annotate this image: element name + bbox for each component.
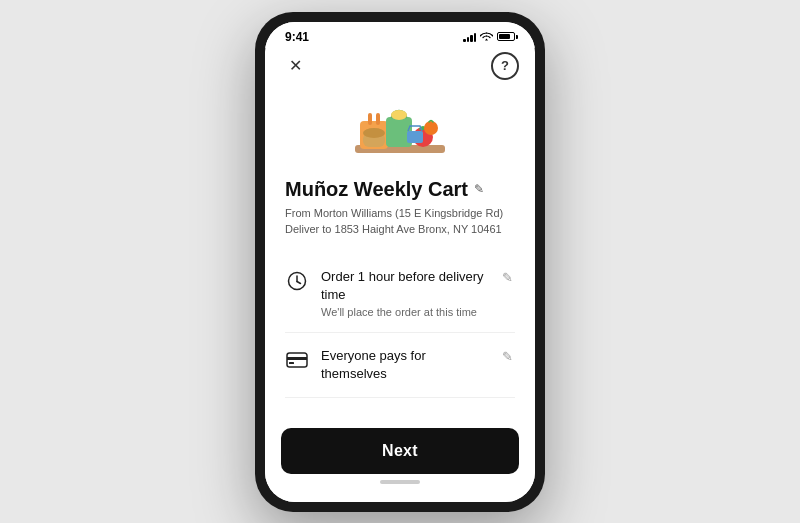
svg-rect-3 [376,113,380,125]
order-time-row: Order 1 hour before delivery time We'll … [285,254,515,333]
signal-icon [463,32,476,42]
home-indicator [380,480,420,484]
status-time: 9:41 [285,30,309,44]
payment-row: Everyone pays for themselves ✎ [285,333,515,398]
hero-image [265,88,535,178]
svg-line-14 [297,281,301,283]
edit-payment-button[interactable]: ✎ [500,347,515,366]
svg-point-10 [363,128,385,138]
svg-rect-17 [289,362,294,364]
help-button[interactable]: ? [491,52,519,80]
payment-icon [285,348,309,372]
phone-screen: 9:41 [265,22,535,502]
clock-icon [285,269,309,293]
from-store-text: From Morton Williams (15 E Kingsbridge R… [285,205,515,238]
close-button[interactable]: ✕ [281,52,309,80]
top-nav: ✕ ? [265,48,535,88]
order-time-title: Order 1 hour before delivery time [321,268,488,304]
edit-title-button[interactable]: ✎ [474,182,484,196]
wifi-icon [480,31,493,43]
cart-title-row: Muñoz Weekly Cart ✎ [285,178,515,201]
order-time-content: Order 1 hour before delivery time We'll … [321,268,488,318]
phone-shell: 9:41 [255,12,545,512]
svg-point-11 [424,121,438,135]
order-time-subtitle: We'll place the order at this time [321,306,488,318]
svg-rect-2 [368,113,372,125]
svg-rect-16 [287,357,307,360]
cart-title: Muñoz Weekly Cart [285,178,468,201]
schedule-row: Weekly on Mondays 12:00 - 12:30 PM Start… [285,398,515,415]
status-bar: 9:41 [265,22,535,48]
status-icons [463,31,515,43]
svg-rect-8 [407,131,423,143]
payment-content: Everyone pays for themselves [321,347,488,383]
svg-point-7 [391,110,407,120]
payment-title: Everyone pays for themselves [321,347,488,383]
bottom-area: Next [265,416,535,502]
next-button[interactable]: Next [281,428,519,474]
battery-icon [497,32,515,41]
content-area: Muñoz Weekly Cart ✎ From Morton Williams… [265,178,535,416]
edit-order-time-button[interactable]: ✎ [500,268,515,287]
grocery-illustration [335,93,465,173]
